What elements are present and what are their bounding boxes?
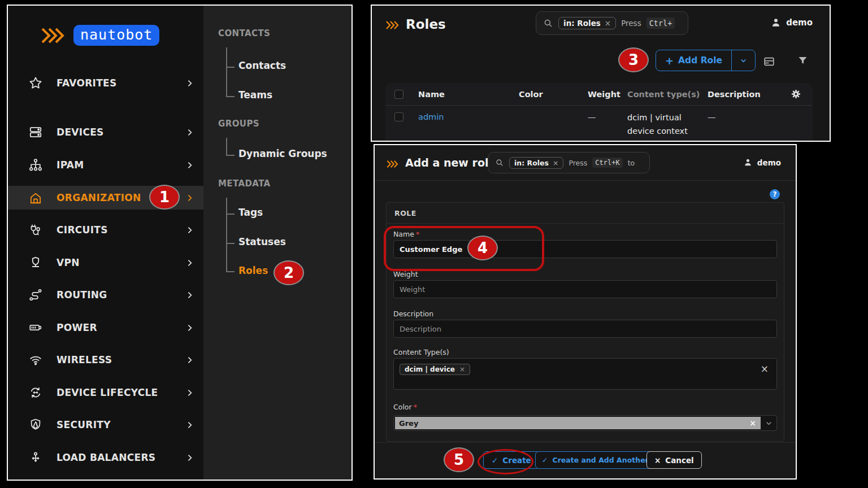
star-icon [28, 76, 43, 90]
x-icon: × [654, 456, 661, 465]
sidebar-item-vpn[interactable]: VPN [8, 251, 203, 274]
column-header-name[interactable]: Name [418, 90, 519, 99]
routing-icon [28, 287, 43, 302]
sidebar-item-power[interactable]: POWER [8, 316, 203, 339]
chevron-down-icon[interactable] [761, 419, 776, 428]
submenu-item-statuses[interactable]: Statuses [238, 236, 286, 247]
lifecycle-icon [28, 385, 43, 400]
weight-field[interactable] [393, 280, 777, 298]
help-icon[interactable]: ? [770, 189, 780, 199]
chevron-right-icon [185, 420, 194, 430]
chevron-right-icon [185, 388, 194, 398]
description-field[interactable] [393, 320, 777, 338]
user-menu[interactable]: demo [770, 17, 813, 28]
step-2-badge: 2 [274, 260, 304, 285]
security-shield-icon [28, 417, 43, 432]
sidebar-item-load-balancers[interactable]: LOAD BALANCERS [8, 446, 203, 469]
global-search-input[interactable]: in: Roles × Press Ctrl+ [536, 11, 688, 35]
tree-tick [226, 213, 235, 215]
column-header-content-types[interactable]: Content type(s) [627, 90, 708, 99]
logo-chevrons-icon [41, 26, 70, 45]
sidebar-item-device-lifecycle[interactable]: DEVICE LIFECYCLE [8, 381, 203, 404]
sidebar-item-ipam[interactable]: IPAM [8, 153, 203, 177]
sidebar-item-favorites[interactable]: FAVORITES [8, 71, 203, 95]
user-menu[interactable]: demo [743, 158, 781, 167]
sidebar-item-label: FAVORITES [57, 77, 117, 89]
create-button[interactable]: ✓ Create [483, 451, 540, 469]
submenu-item-dynamic-groups[interactable]: Dynamic Groups [238, 148, 327, 159]
submenu-item-roles[interactable]: Roles [238, 265, 268, 276]
cancel-button[interactable]: × Cancel [646, 451, 702, 469]
create-button-label: Create [502, 456, 531, 465]
page-title: Roles [406, 17, 446, 32]
roles-table: Name Color Weight Content type(s) Descri… [385, 83, 813, 142]
submenu-item-teams[interactable]: Teams [238, 89, 272, 101]
nautobot-logo[interactable]: nautobot [41, 25, 159, 46]
chevron-down-icon [739, 56, 748, 65]
global-search-input[interactable]: in: Roles × Press Ctrl+K to [488, 152, 650, 173]
cancel-button-label: Cancel [665, 456, 693, 465]
content-type-tag: dcim | device × [400, 364, 470, 375]
chevron-right-icon [185, 290, 194, 300]
step-1-badge: 1 [149, 185, 180, 210]
sidebar-item-routing[interactable]: ROUTING [8, 283, 203, 307]
sidebar-item-wireless[interactable]: WIRELESS [8, 348, 203, 372]
sidebar-item-label: VPN [57, 257, 80, 268]
content-types-multiselect[interactable]: dcim | device × × [393, 358, 777, 390]
ipam-icon [28, 158, 43, 172]
filter-button[interactable] [797, 55, 809, 67]
select-all-checkbox[interactable] [394, 90, 403, 99]
role-content-types-value: dcim | virtual device context [627, 111, 708, 138]
search-icon [543, 18, 553, 28]
search-scope-chip[interactable]: in: Roles × [558, 17, 616, 29]
required-asterisk: * [416, 230, 419, 238]
sidebar-item-label: DEVICES [57, 127, 104, 138]
sidebar-item-circuits[interactable]: CIRCUITS [8, 218, 203, 242]
chip-close-icon[interactable]: × [605, 19, 611, 28]
sidebar-item-security[interactable]: SECURITY [8, 413, 203, 437]
filter-icon [797, 55, 809, 67]
submenu-section-contacts: CONTACTS [218, 28, 270, 38]
submenu-item-tags[interactable]: Tags [238, 207, 263, 218]
sidebar-item-label: POWER [57, 322, 97, 333]
name-field[interactable] [393, 240, 777, 258]
search-hint: Press [621, 19, 641, 28]
column-header-description[interactable]: Description [708, 90, 778, 99]
chip-close-icon[interactable]: × [553, 159, 558, 167]
chevron-right-icon [185, 323, 194, 333]
table-columns-button[interactable] [763, 55, 775, 68]
add-role-dropdown-button[interactable] [731, 50, 755, 71]
column-header-weight[interactable]: Weight [588, 90, 627, 99]
add-role-button[interactable]: + Add Role [656, 50, 731, 71]
step-5-badge: 5 [444, 447, 474, 472]
role-name-link[interactable]: admin [418, 112, 519, 121]
tag-close-icon[interactable]: × [459, 365, 465, 373]
create-and-add-another-button[interactable]: ✓ Create and Add Another [535, 451, 656, 469]
color-select[interactable]: Grey × [393, 415, 777, 431]
sidebar-item-devices[interactable]: DEVICES [8, 120, 203, 144]
sidebar: nautobot FAVORITES DEVICES IPAM ORGANIZA… [8, 6, 203, 480]
chevron-right-icon [185, 79, 194, 88]
fieldset-divider [387, 223, 784, 224]
sidebar-item-label: ROUTING [57, 289, 107, 300]
chevron-right-icon [185, 160, 194, 170]
step-4-badge: 4 [467, 236, 498, 260]
keyboard-shortcut: Ctrl+ [646, 18, 675, 29]
username: demo [786, 18, 813, 28]
color-clear-icon[interactable]: × [749, 419, 761, 428]
table-settings-button[interactable] [791, 89, 801, 99]
keyboard-shortcut: Ctrl+K [592, 158, 622, 168]
search-scope-chip[interactable]: in: Roles × [509, 157, 563, 169]
add-role-split-button: + Add Role [656, 50, 756, 71]
clear-all-icon[interactable]: × [761, 363, 769, 374]
color-selected-label: Grey [395, 419, 418, 428]
vpn-icon [28, 255, 43, 270]
screenshot-stage: nautobot FAVORITES DEVICES IPAM ORGANIZA… [0, 0, 868, 488]
submenu-item-contacts[interactable]: Contacts [238, 60, 286, 71]
tree-tick [226, 67, 235, 68]
row-checkbox[interactable] [394, 112, 403, 121]
chevron-right-icon [185, 193, 194, 203]
sidebar-item-label: DEVICE LIFECYCLE [57, 387, 158, 398]
required-asterisk: * [414, 403, 417, 411]
column-header-color[interactable]: Color [519, 90, 588, 99]
